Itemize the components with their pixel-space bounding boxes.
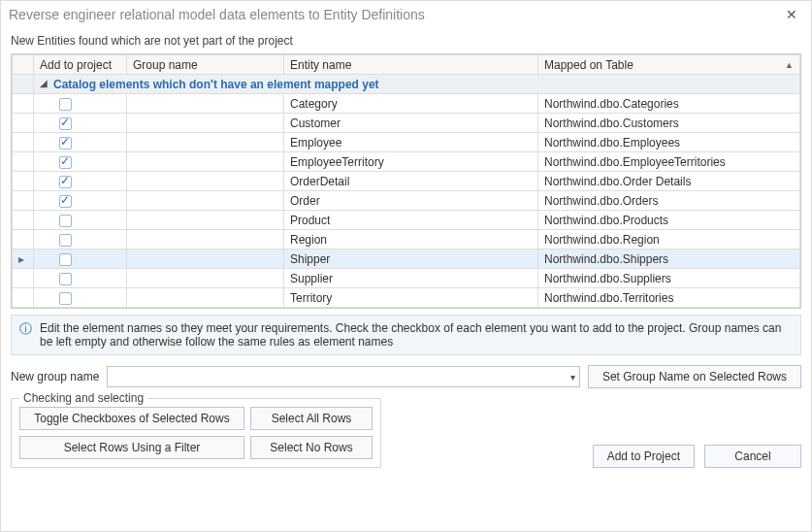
add-checkbox[interactable] bbox=[59, 156, 72, 169]
cell-group-name[interactable] bbox=[127, 191, 284, 211]
cell-mapped-on-table[interactable]: Northwind.dbo.Suppliers bbox=[538, 269, 800, 288]
add-checkbox[interactable] bbox=[59, 176, 72, 188]
cell-entity-name[interactable]: Shipper bbox=[284, 249, 538, 269]
set-group-button[interactable]: Set Group Name on Selected Rows bbox=[588, 365, 801, 388]
add-checkbox[interactable] bbox=[59, 215, 72, 227]
cell-entity-name[interactable]: Product bbox=[284, 211, 538, 230]
column-group-label: Group name bbox=[133, 58, 198, 72]
cell-entity-name[interactable]: OrderDetail bbox=[284, 172, 538, 191]
cell-add-to-project[interactable] bbox=[34, 230, 127, 249]
cell-entity-name[interactable]: Region bbox=[284, 230, 538, 249]
cell-add-to-project[interactable] bbox=[34, 114, 127, 133]
table-row[interactable]: CategoryNorthwind.dbo.Categories bbox=[13, 94, 800, 114]
column-group-name[interactable]: Group name bbox=[127, 55, 284, 75]
cell-entity-name[interactable]: Territory bbox=[284, 288, 538, 308]
add-checkbox[interactable] bbox=[59, 292, 72, 305]
cell-group-name[interactable] bbox=[127, 152, 284, 172]
cell-group-name[interactable] bbox=[127, 269, 284, 288]
cell-group-name[interactable] bbox=[127, 172, 284, 191]
row-indicator: ▸ bbox=[13, 249, 34, 269]
cell-entity-name[interactable]: Employee bbox=[284, 133, 538, 152]
row-indicator bbox=[13, 114, 34, 133]
table-row[interactable]: TerritoryNorthwind.dbo.Territories bbox=[13, 288, 800, 308]
table-row[interactable]: EmployeeNorthwind.dbo.Employees bbox=[13, 133, 800, 152]
table-row[interactable]: CustomerNorthwind.dbo.Customers bbox=[13, 114, 800, 133]
column-add-to-project[interactable]: Add to project bbox=[34, 55, 127, 75]
cell-mapped-on-table[interactable]: Northwind.dbo.EmployeeTerritories bbox=[538, 152, 800, 172]
cell-entity-name[interactable]: EmployeeTerritory bbox=[284, 152, 538, 172]
new-group-combo[interactable]: ▾ bbox=[107, 366, 580, 387]
column-entity-name[interactable]: Entity name bbox=[284, 55, 538, 75]
cell-add-to-project[interactable] bbox=[34, 191, 127, 211]
column-indicator bbox=[13, 55, 34, 75]
cell-add-to-project[interactable] bbox=[34, 133, 127, 152]
cell-entity-name[interactable]: Category bbox=[284, 94, 538, 114]
column-header-row: Add to project Group name Entity name Ma… bbox=[13, 55, 800, 75]
cell-group-name[interactable] bbox=[127, 133, 284, 152]
group-header-text: Catalog elements which don't have an ele… bbox=[53, 78, 379, 91]
cell-group-name[interactable] bbox=[127, 211, 284, 230]
cell-add-to-project[interactable] bbox=[34, 172, 127, 191]
row-indicator bbox=[13, 191, 34, 211]
close-icon[interactable]: ✕ bbox=[782, 7, 801, 22]
cell-mapped-on-table[interactable]: Northwind.dbo.Order Details bbox=[538, 172, 800, 191]
cell-add-to-project[interactable] bbox=[34, 269, 127, 288]
cell-add-to-project[interactable] bbox=[34, 249, 127, 269]
add-checkbox[interactable] bbox=[59, 117, 72, 130]
group-header-row[interactable]: ◢ Catalog elements which don't have an e… bbox=[13, 75, 800, 94]
table-row[interactable]: OrderDetailNorthwind.dbo.Order Details bbox=[13, 172, 800, 191]
column-add-label: Add to project bbox=[40, 58, 112, 72]
select-all-button[interactable]: Select All Rows bbox=[250, 407, 373, 430]
checking-legend: Checking and selecting bbox=[19, 391, 147, 405]
cell-mapped-on-table[interactable]: Northwind.dbo.Region bbox=[538, 230, 800, 249]
cell-group-name[interactable] bbox=[127, 288, 284, 308]
dialog-content: New Entities found which are not yet par… bbox=[1, 28, 811, 531]
cell-entity-name[interactable]: Order bbox=[284, 191, 538, 211]
cell-mapped-on-table[interactable]: Northwind.dbo.Categories bbox=[538, 94, 800, 114]
add-checkbox[interactable] bbox=[59, 273, 72, 285]
row-indicator bbox=[13, 288, 34, 308]
collapse-icon[interactable]: ◢ bbox=[40, 78, 48, 88]
add-checkbox[interactable] bbox=[59, 98, 72, 111]
select-none-button[interactable]: Select No Rows bbox=[250, 436, 373, 459]
table-row[interactable]: OrderNorthwind.dbo.Orders bbox=[13, 191, 800, 211]
cell-mapped-on-table[interactable]: Northwind.dbo.Employees bbox=[538, 133, 800, 152]
cell-mapped-on-table[interactable]: Northwind.dbo.Territories bbox=[538, 288, 800, 308]
row-indicator bbox=[13, 269, 34, 288]
new-group-label: New group name bbox=[11, 370, 99, 383]
cell-add-to-project[interactable] bbox=[34, 288, 127, 308]
cell-add-to-project[interactable] bbox=[34, 211, 127, 230]
cancel-button[interactable]: Cancel bbox=[704, 445, 801, 468]
add-to-project-button[interactable]: Add to Project bbox=[593, 445, 695, 468]
new-group-row: New group name ▾ Set Group Name on Selec… bbox=[11, 365, 801, 388]
add-checkbox[interactable] bbox=[59, 137, 72, 150]
cell-group-name[interactable] bbox=[127, 94, 284, 114]
table-row[interactable]: ProductNorthwind.dbo.Products bbox=[13, 211, 800, 230]
cell-add-to-project[interactable] bbox=[34, 152, 127, 172]
table-row[interactable]: SupplierNorthwind.dbo.Suppliers bbox=[13, 269, 800, 288]
cell-group-name[interactable] bbox=[127, 249, 284, 269]
add-checkbox[interactable] bbox=[59, 195, 72, 208]
column-mapped-on-table[interactable]: Mapped on Table▲ bbox=[538, 55, 800, 75]
cell-add-to-project[interactable] bbox=[34, 94, 127, 114]
info-icon: ⓘ bbox=[19, 322, 32, 335]
chevron-down-icon: ▾ bbox=[570, 372, 575, 382]
toggle-checkboxes-button[interactable]: Toggle Checkboxes of Selected Rows bbox=[19, 407, 244, 430]
cell-group-name[interactable] bbox=[127, 114, 284, 133]
select-filter-button[interactable]: Select Rows Using a Filter bbox=[19, 436, 244, 459]
cell-mapped-on-table[interactable]: Northwind.dbo.Shippers bbox=[538, 249, 800, 269]
cell-group-name[interactable] bbox=[127, 230, 284, 249]
add-checkbox[interactable] bbox=[59, 253, 72, 266]
row-indicator bbox=[13, 133, 34, 152]
cell-mapped-on-table[interactable]: Northwind.dbo.Products bbox=[538, 211, 800, 230]
add-checkbox[interactable] bbox=[59, 234, 72, 247]
table-row[interactable]: ▸ShipperNorthwind.dbo.Shippers bbox=[13, 249, 800, 269]
cell-entity-name[interactable]: Customer bbox=[284, 114, 538, 133]
cell-mapped-on-table[interactable]: Northwind.dbo.Customers bbox=[538, 114, 800, 133]
entities-grid: Add to project Group name Entity name Ma… bbox=[11, 53, 801, 309]
cell-entity-name[interactable]: Supplier bbox=[284, 269, 538, 288]
table-row[interactable]: EmployeeTerritoryNorthwind.dbo.EmployeeT… bbox=[13, 152, 800, 172]
cell-mapped-on-table[interactable]: Northwind.dbo.Orders bbox=[538, 191, 800, 211]
table-row[interactable]: RegionNorthwind.dbo.Region bbox=[13, 230, 800, 249]
dialog-title: Reverse engineer relational model data e… bbox=[9, 7, 425, 22]
